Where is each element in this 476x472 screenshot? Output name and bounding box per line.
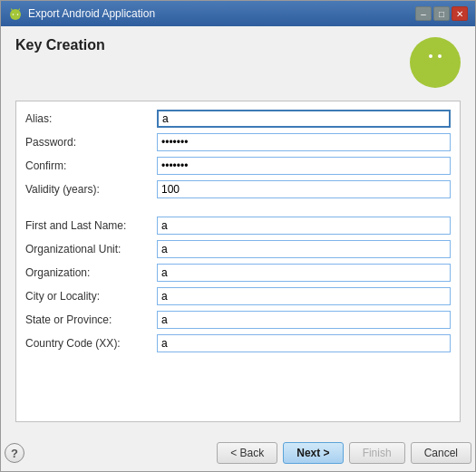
svg-rect-16: [439, 75, 444, 82]
password-input[interactable]: [157, 133, 451, 151]
svg-rect-15: [426, 75, 432, 82]
title-bar: Export Android Application – □ ✕: [1, 1, 475, 26]
main-window: Export Android Application – □ ✕ Key Cre…: [0, 0, 476, 472]
org-input[interactable]: [157, 264, 451, 282]
svg-line-11: [426, 45, 430, 49]
first-last-label: First and Last Name:: [25, 219, 157, 232]
next-button[interactable]: Next >: [283, 442, 343, 464]
org-unit-label: Organizational Unit:: [25, 243, 157, 255]
footer-right: < Back Next > Finish Cancel: [217, 442, 471, 464]
svg-point-8: [424, 48, 446, 66]
svg-point-9: [429, 54, 432, 58]
confirm-label: Confirm:: [25, 159, 157, 172]
maximize-button[interactable]: □: [433, 6, 450, 21]
state-label: State or Province:: [25, 313, 157, 326]
title-bar-left: Export Android Application: [8, 6, 155, 21]
org-label: Organization:: [25, 266, 157, 279]
back-button[interactable]: < Back: [217, 442, 277, 464]
window-title: Export Android Application: [28, 7, 155, 20]
city-input[interactable]: [157, 287, 451, 305]
alias-row: Alias:: [25, 109, 451, 129]
svg-rect-14: [449, 62, 453, 72]
country-row: Country Code (XX):: [25, 333, 451, 353]
title-bar-controls: – □ ✕: [415, 6, 468, 21]
finish-button[interactable]: Finish: [349, 442, 405, 464]
first-last-input[interactable]: [157, 217, 451, 235]
form-divider: [25, 203, 451, 210]
cancel-button[interactable]: Cancel: [411, 442, 471, 464]
footer-left: ?: [5, 443, 24, 463]
svg-point-2: [13, 14, 15, 15]
header-row: Key Creation: [15, 37, 461, 88]
svg-rect-1: [11, 14, 20, 18]
window-icon: [8, 6, 23, 21]
close-button[interactable]: ✕: [452, 6, 468, 21]
confirm-row: Confirm:: [25, 156, 451, 176]
android-robot-icon: [415, 43, 455, 82]
validity-row: Validity (years):: [25, 179, 451, 199]
country-input[interactable]: [157, 334, 451, 352]
section-title: Key Creation: [15, 37, 105, 55]
svg-line-4: [12, 9, 14, 11]
country-label: Country Code (XX):: [25, 337, 157, 350]
android-logo: [410, 37, 461, 88]
validity-input[interactable]: [157, 180, 451, 198]
svg-point-3: [17, 14, 19, 15]
first-last-row: First and Last Name:: [25, 216, 451, 236]
svg-point-10: [438, 54, 442, 58]
org-row: Organization:: [25, 263, 451, 283]
org-unit-row: Organizational Unit:: [25, 239, 451, 259]
city-row: City or Locality:: [25, 286, 451, 306]
state-row: State or Province:: [25, 310, 451, 330]
org-unit-input[interactable]: [157, 240, 451, 258]
validity-label: Validity (years):: [25, 183, 157, 196]
state-input[interactable]: [157, 311, 451, 329]
help-button[interactable]: ?: [5, 443, 24, 463]
svg-line-12: [441, 45, 444, 49]
password-label: Password:: [25, 136, 157, 149]
footer: ? < Back Next > Finish Cancel: [1, 433, 475, 471]
svg-rect-13: [417, 62, 422, 72]
form-area: Alias: Password: Confirm: Validity (year…: [15, 101, 461, 422]
alias-input[interactable]: [157, 110, 451, 128]
content-area: Key Creation: [1, 26, 475, 433]
minimize-button[interactable]: –: [415, 6, 432, 21]
svg-line-5: [18, 9, 20, 11]
alias-label: Alias:: [25, 112, 157, 125]
password-row: Password:: [25, 132, 451, 152]
city-label: City or Locality:: [25, 290, 157, 303]
confirm-input[interactable]: [157, 157, 451, 175]
